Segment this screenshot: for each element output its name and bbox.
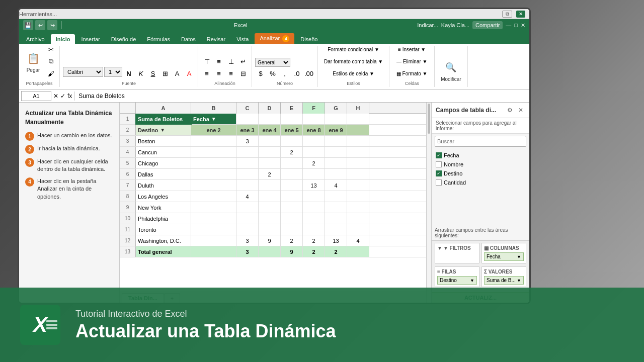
cell-b5[interactable] [191, 158, 236, 168]
formula-input[interactable]: Suma de Boletos [76, 91, 527, 101]
cell-c13[interactable]: 3 [236, 246, 259, 257]
cell-h8[interactable] [347, 191, 369, 202]
cell-a3[interactable]: Boston [136, 136, 191, 146]
cell-g11[interactable] [325, 224, 347, 235]
formula-confirm-icon[interactable]: ✓ [60, 93, 65, 100]
cell-c7[interactable] [236, 180, 259, 191]
cell-a7[interactable]: Duluth [136, 180, 191, 191]
cell-h7[interactable] [347, 180, 369, 191]
align-middle-button[interactable]: ≡ [213, 56, 224, 67]
cut-button[interactable]: ✂ [45, 44, 56, 55]
indicate-btn[interactable]: Indicar... [417, 22, 438, 28]
tab-vista[interactable]: Vista [231, 34, 254, 44]
cell-d13[interactable] [259, 246, 281, 257]
cell-g9[interactable] [325, 202, 347, 213]
pivot-field-destino-checkbox[interactable]: ✓ [436, 170, 442, 176]
cell-f2[interactable]: ene 8 [303, 125, 325, 135]
cell-f5[interactable]: 2 [303, 158, 325, 168]
cell-f9[interactable] [303, 202, 325, 213]
cell-f12[interactable]: 2 [303, 235, 325, 246]
cell-h5[interactable] [347, 158, 369, 168]
cell-a5[interactable]: Chicago [136, 158, 191, 168]
cell-a13[interactable]: Total general [136, 246, 191, 257]
font-selector[interactable]: Calibri [63, 67, 103, 77]
cell-b9[interactable] [191, 202, 236, 213]
tab-diseno[interactable]: Diseño de [106, 34, 141, 44]
cell-b8[interactable] [191, 191, 236, 202]
cell-d5[interactable] [259, 158, 281, 168]
cell-b11[interactable] [191, 224, 236, 235]
pivot-field-nombre-checkbox[interactable] [436, 161, 442, 167]
cell-e12[interactable]: 2 [281, 235, 303, 246]
cell-f6[interactable] [303, 169, 325, 179]
col-header-e[interactable]: E [281, 103, 303, 114]
tab-formulas[interactable]: Fórmulas [142, 34, 175, 44]
cell-b10[interactable] [191, 213, 236, 224]
cell-g1[interactable] [325, 114, 347, 124]
cell-h12[interactable]: 4 [347, 235, 369, 246]
cell-f8[interactable] [303, 191, 325, 202]
cell-a1[interactable]: Suma de Boletos [136, 114, 191, 124]
cell-e11[interactable] [281, 224, 303, 235]
columns-item-dropdown[interactable]: ▼ [517, 254, 521, 259]
cell-c11[interactable] [236, 224, 259, 235]
cell-e10[interactable] [281, 213, 303, 224]
cell-g2[interactable]: ene 9 [325, 125, 347, 135]
cell-c2[interactable]: ene 3 [236, 125, 259, 135]
cell-e2[interactable]: ene 5 [281, 125, 303, 135]
cell-f13[interactable]: 2 [303, 246, 325, 257]
cell-d2[interactable]: ene 4 [259, 125, 281, 135]
number-format-selector[interactable]: General [255, 58, 290, 67]
tab-diseno2[interactable]: Diseño [295, 34, 323, 44]
comma-button[interactable]: , [279, 68, 290, 79]
cell-h10[interactable] [347, 213, 369, 224]
cell-c5[interactable] [236, 158, 259, 168]
italic-button[interactable]: K [135, 68, 146, 79]
cell-f10[interactable] [303, 213, 325, 224]
cell-b13[interactable] [191, 246, 236, 257]
cell-b2[interactable]: ene 2 [191, 125, 236, 135]
cell-c8[interactable]: 4 [236, 191, 259, 202]
cell-d12[interactable]: 9 [259, 235, 281, 246]
cell-g5[interactable] [325, 158, 347, 168]
redo-icon[interactable]: ↪ [47, 20, 57, 30]
formula-cancel-icon[interactable]: ✕ [53, 93, 58, 100]
share-btn[interactable]: Compartir [472, 21, 503, 29]
cell-a2[interactable]: Destino ▼ [136, 125, 191, 135]
cell-d3[interactable] [259, 136, 281, 146]
cell-a4[interactable]: Cancun [136, 147, 191, 157]
cell-h1[interactable] [347, 114, 369, 124]
percent-button[interactable]: % [267, 68, 278, 79]
insert-cells-button[interactable]: ≡ Insertar ▼ [393, 44, 431, 55]
cell-g12[interactable]: 13 [325, 235, 347, 246]
tab-inicio[interactable]: Inicio [51, 34, 75, 44]
align-right-button[interactable]: ≡ [225, 68, 236, 79]
cell-a10[interactable]: Philadelphia [136, 213, 191, 224]
cell-d10[interactable] [259, 213, 281, 224]
underline-button[interactable]: S [147, 68, 158, 79]
cell-b3[interactable] [191, 136, 236, 146]
cell-e1[interactable] [281, 114, 303, 124]
col-header-f[interactable]: F [303, 103, 325, 114]
cell-e3[interactable] [281, 136, 303, 146]
undo-icon[interactable]: ↩ [35, 20, 45, 30]
cell-styles-button[interactable]: Estilos de celda ▼ [321, 68, 386, 79]
fecha-dropdown-icon[interactable]: ▼ [211, 116, 216, 122]
cell-a11[interactable]: Toronto [136, 224, 191, 235]
cell-c12[interactable]: 3 [236, 235, 259, 246]
rows-item-dropdown[interactable]: ▼ [470, 278, 474, 283]
restore-btn[interactable]: ⧉ [502, 11, 512, 18]
col-header-h[interactable]: H [347, 103, 369, 114]
cell-g3[interactable] [325, 136, 347, 146]
cell-h13[interactable] [347, 246, 369, 257]
align-left-button[interactable]: ≡ [201, 68, 212, 79]
align-bottom-button[interactable]: ⊥ [225, 56, 236, 67]
vertical-scrollbar[interactable] [426, 103, 431, 303]
delete-cells-button[interactable]: — Eliminar ▼ [393, 56, 431, 67]
tab-analizar[interactable]: Analizar 4 [255, 33, 294, 44]
col-header-g[interactable]: G [325, 103, 347, 114]
cell-c3[interactable]: 3 [236, 136, 259, 146]
paste-button[interactable]: 📋 Pegar [22, 48, 44, 75]
col-header-d[interactable]: D [259, 103, 281, 114]
cell-b6[interactable] [191, 169, 236, 179]
